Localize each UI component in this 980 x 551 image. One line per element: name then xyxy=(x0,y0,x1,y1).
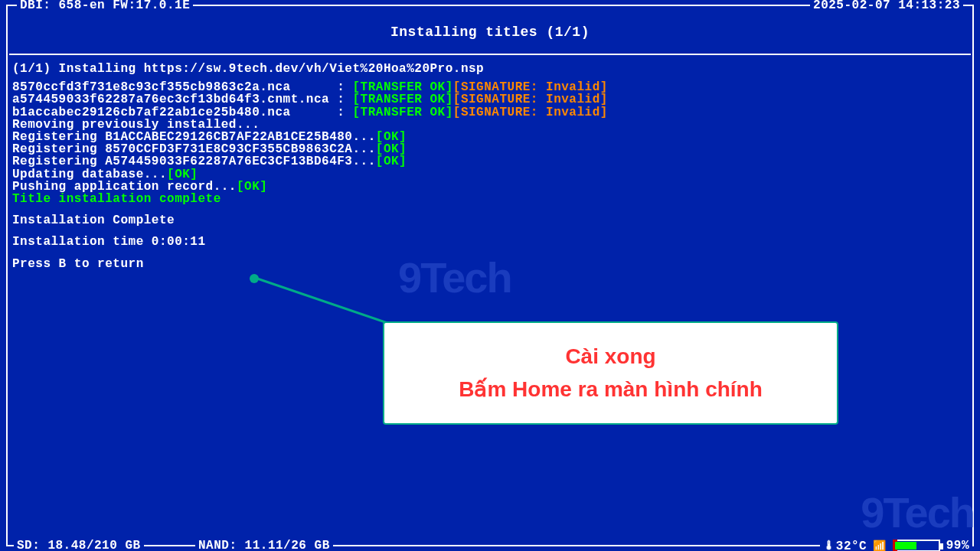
main-frame: DBI: 658-en FW:17.0.1E 2025-02-07 14:13:… xyxy=(6,5,974,546)
callout-dot-icon xyxy=(250,274,259,283)
install-time: Installation time 0:00:11 xyxy=(12,236,968,248)
nca-row: b1accabec29126cb7af22ab1ce25b480.nca : [… xyxy=(12,106,968,119)
nca-row: 8570ccfd3f731e8c93cf355cb9863c2a.nca : [… xyxy=(12,81,968,93)
install-header: (1/1) Installing https://sw.9tech.dev/vh… xyxy=(12,63,968,75)
removing-line: Removing previously installed... xyxy=(12,119,968,131)
thermometer-icon: 🌡 xyxy=(823,539,836,552)
battery-icon xyxy=(893,540,940,551)
header-left: DBI: 658-en FW:17.0.1E xyxy=(17,0,193,12)
updating-row: Updating database...[OK] xyxy=(12,168,968,181)
annotation-callout: Cài xong Bấm Home ra màn hình chính xyxy=(383,321,838,425)
nca-row: a574459033f62287a76ec3cf13bd64f3.cnmt.nc… xyxy=(12,93,968,106)
watermark-2: 9Tech xyxy=(861,487,974,537)
register-row: Registering 8570CCFD3F731E8C93CF355CB986… xyxy=(12,143,968,155)
register-row: Registering A574459033F62287A76EC3CF13BD… xyxy=(12,155,968,168)
sd-status: SD: 18.48/210 GB xyxy=(14,539,144,551)
callout-line1: Cài xong xyxy=(398,340,823,373)
battery-percent: 99% xyxy=(946,539,969,551)
complete-white: Installation Complete xyxy=(12,214,968,227)
log-panel: (1/1) Installing https://sw.9tech.dev/vh… xyxy=(9,54,971,270)
nand-status: NAND: 11.11/26 GB xyxy=(195,539,333,551)
svg-line-0 xyxy=(257,279,392,324)
header-datetime: 2025-02-07 14:13:23 xyxy=(810,0,963,12)
callout-line2: Bấm Home ra màn hình chính xyxy=(398,373,823,406)
temperature: 🌡32°C xyxy=(823,539,867,552)
wifi-icon: 📶 xyxy=(873,540,887,552)
press-b-return[interactable]: Press B to return xyxy=(12,258,968,270)
pushing-row: Pushing application record...[OK] xyxy=(12,181,968,193)
complete-green: Title installation complete xyxy=(12,193,968,205)
register-row: Registering B1ACCABEC29126CB7AF22AB1CE25… xyxy=(12,131,968,143)
